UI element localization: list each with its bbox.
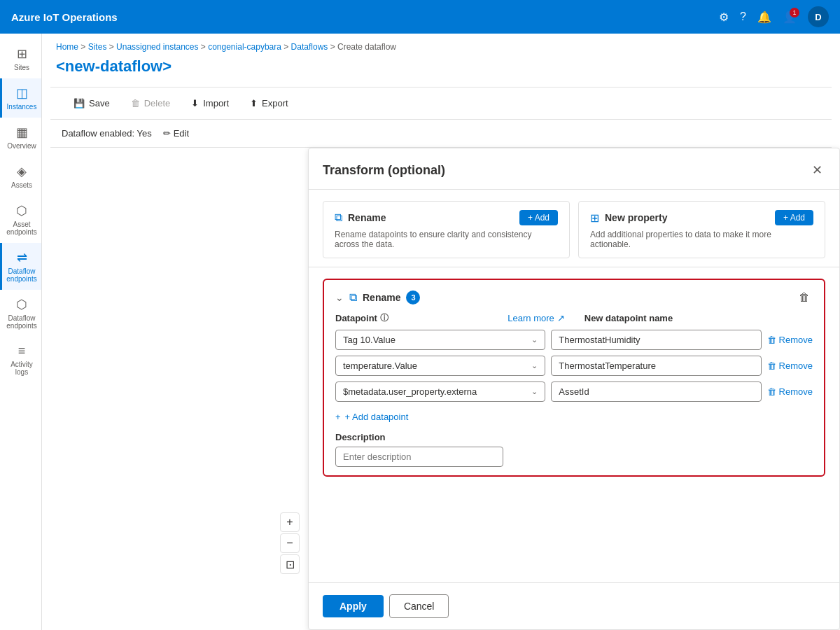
close-button[interactable]: ✕: [809, 160, 825, 181]
toolbar: 💾 Save 🗑 Delete ⬇ Import ⬆ Export: [50, 87, 832, 120]
transform-title: Transform (optional): [323, 163, 445, 178]
breadcrumb-instance[interactable]: congenial-capybara: [208, 42, 281, 52]
edit-icon: ✏: [163, 128, 171, 139]
plus-icon: +: [335, 412, 341, 422]
delete-icon: 🗑: [131, 98, 140, 108]
enabled-bar: Dataflow enabled: Yes ✏ Edit: [50, 120, 832, 148]
sidebar-item-instances[interactable]: ◫ Instances: [0, 78, 41, 118]
table-row: $metadata.user_property.externa ⌄ 🗑 Remo…: [335, 382, 813, 402]
zoom-out-button[interactable]: −: [280, 533, 300, 553]
edit-link[interactable]: ✏ Edit: [158, 125, 195, 141]
breadcrumb: Home > Sites > Unassigned instances > co…: [42, 34, 840, 55]
new-datapoint-col-header: New datapoint name: [584, 313, 757, 323]
import-icon: ⬇: [191, 98, 199, 108]
activity-logs-icon: ≡: [18, 344, 26, 358]
breadcrumb-dataflows[interactable]: Dataflows: [291, 42, 328, 52]
dp-header-row: Datapoint ⓘ Learn more ↗ New datapoint n…: [335, 312, 813, 324]
dataflows-icon: ⇌: [17, 250, 27, 265]
datapoint-col-header: Datapoint ⓘ: [335, 312, 507, 324]
enabled-text: Dataflow enabled: Yes: [62, 128, 152, 139]
breadcrumb-home[interactable]: Home: [56, 42, 78, 52]
datapoint-select-2[interactable]: temperature.Value ⌄: [335, 356, 545, 376]
transform-footer: Apply Cancel: [309, 582, 839, 629]
chevron-down-icon: ⌄: [531, 335, 538, 344]
remove-button-3[interactable]: 🗑 Remove: [767, 386, 813, 397]
app-title: Azure IoT Operations: [11, 11, 118, 23]
rename-add-button[interactable]: + Add: [519, 210, 558, 225]
chevron-down-icon[interactable]: ⌄: [335, 292, 344, 303]
transform-body: ⌄ ⧉ Rename 3 🗑 Da: [309, 267, 839, 582]
sidebar-item-label: Dataflow endpoints: [6, 267, 37, 283]
sidebar-item-sites[interactable]: ⊞ Sites: [0, 39, 41, 78]
new-property-add-button[interactable]: + Add: [775, 210, 813, 225]
sidebar-item-assets[interactable]: ◈ Assets: [0, 157, 41, 196]
new-property-card-header: ⊞ New property + Add: [590, 210, 813, 225]
datapoint-info-icon: ⓘ: [380, 312, 388, 324]
datapoints-section: Datapoint ⓘ Learn more ↗ New datapoint n…: [324, 312, 824, 426]
avatar[interactable]: D: [808, 6, 829, 27]
transform-header: Transform (optional) ✕: [309, 148, 839, 190]
export-button[interactable]: ⬆ Export: [241, 93, 298, 113]
sidebar-item-overview[interactable]: ▦ Overview: [0, 118, 41, 157]
instances-icon: ◫: [16, 85, 28, 101]
main-layout: ⊞ Sites ◫ Instances ▦ Overview ◈ Assets …: [0, 34, 840, 630]
rename-card-desc: Rename datapoints to ensure clarity and …: [335, 230, 558, 249]
sidebar-item-label: Dataflow endpoints: [6, 314, 37, 330]
external-link-icon: ↗: [557, 313, 565, 323]
sidebar-item-label: Overview: [7, 142, 36, 150]
page-title: <new-dataflow>: [42, 55, 840, 87]
chevron-down-icon: ⌄: [531, 387, 538, 396]
sidebar-item-activity-logs[interactable]: ≡ Activity logs: [0, 337, 41, 383]
chevron-down-icon: ⌄: [531, 361, 538, 370]
cancel-button[interactable]: Cancel: [389, 594, 449, 618]
rename-count-badge: 3: [406, 290, 420, 304]
notification-badge[interactable]: 👤 1: [783, 10, 797, 24]
sidebar-item-dataflow-endpoints[interactable]: ⬡ Dataflow endpoints: [0, 290, 41, 337]
new-property-icon: ⊞: [590, 211, 599, 225]
rename-section-icon: ⧉: [349, 291, 357, 304]
rename-card-header: ⧉ Rename + Add: [335, 210, 558, 225]
add-datapoint-button[interactable]: + + Add datapoint: [335, 407, 408, 426]
breadcrumb-sites[interactable]: Sites: [88, 42, 107, 52]
remove-button-1[interactable]: 🗑 Remove: [767, 335, 813, 345]
rename-section-label: Rename: [363, 292, 400, 303]
description-section: Description: [324, 426, 824, 467]
datapoint-select-3[interactable]: $metadata.user_property.externa ⌄: [335, 382, 545, 402]
settings-icon[interactable]: ⚙: [719, 10, 729, 24]
zoom-controls: + − ⊡: [280, 512, 300, 574]
trash-icon: 🗑: [767, 360, 776, 371]
save-button[interactable]: 💾 Save: [64, 93, 119, 113]
new-datapoint-input-2[interactable]: [551, 356, 761, 376]
panel-area: + − ⊡ Transform (optional) ✕: [42, 148, 840, 630]
table-row: temperature.Value ⌄ 🗑 Remove: [335, 356, 813, 376]
rename-card-title: Rename: [348, 212, 386, 223]
new-datapoint-input-3[interactable]: [551, 382, 761, 402]
rename-section: ⌄ ⧉ Rename 3 🗑 Da: [323, 279, 825, 477]
apply-button[interactable]: Apply: [323, 595, 384, 617]
help-icon[interactable]: ?: [740, 10, 746, 23]
sidebar-item-asset-endpoints[interactable]: ⬡ Asset endpoints: [0, 196, 41, 243]
notifications-icon[interactable]: 🔔: [757, 10, 771, 24]
content-area: Home > Sites > Unassigned instances > co…: [42, 34, 840, 630]
rename-section-header: ⌄ ⧉ Rename 3 🗑: [324, 280, 824, 312]
trash-icon: 🗑: [767, 386, 776, 397]
zoom-fit-button[interactable]: ⊡: [280, 554, 300, 574]
cards-row: ⧉ Rename + Add Rename datapoints to ensu…: [309, 190, 839, 267]
datapoint-select-1[interactable]: Tag 10.Value ⌄: [335, 330, 545, 350]
rename-delete-button[interactable]: 🗑: [796, 288, 813, 307]
delete-button[interactable]: 🗑 Delete: [122, 93, 180, 113]
overview-icon: ▦: [16, 125, 28, 140]
new-datapoint-input-1[interactable]: [551, 330, 761, 350]
description-input[interactable]: [335, 447, 503, 467]
sidebar-item-label: Sites: [14, 64, 29, 71]
rename-card: ⧉ Rename + Add Rename datapoints to ensu…: [323, 201, 570, 258]
remove-button-2[interactable]: 🗑 Remove: [767, 360, 813, 371]
zoom-in-button[interactable]: +: [280, 512, 300, 532]
topbar-actions: ⚙ ? 🔔 👤 1 D: [719, 6, 829, 27]
learn-more-link[interactable]: Learn more ↗: [507, 313, 564, 323]
sidebar: ⊞ Sites ◫ Instances ▦ Overview ◈ Assets …: [0, 34, 42, 630]
import-button[interactable]: ⬇ Import: [182, 93, 238, 113]
breadcrumb-unassigned[interactable]: Unassigned instances: [116, 42, 198, 52]
sidebar-item-dataflows[interactable]: ⇌ Dataflow endpoints: [0, 243, 41, 290]
asset-endpoints-icon: ⬡: [16, 203, 27, 218]
